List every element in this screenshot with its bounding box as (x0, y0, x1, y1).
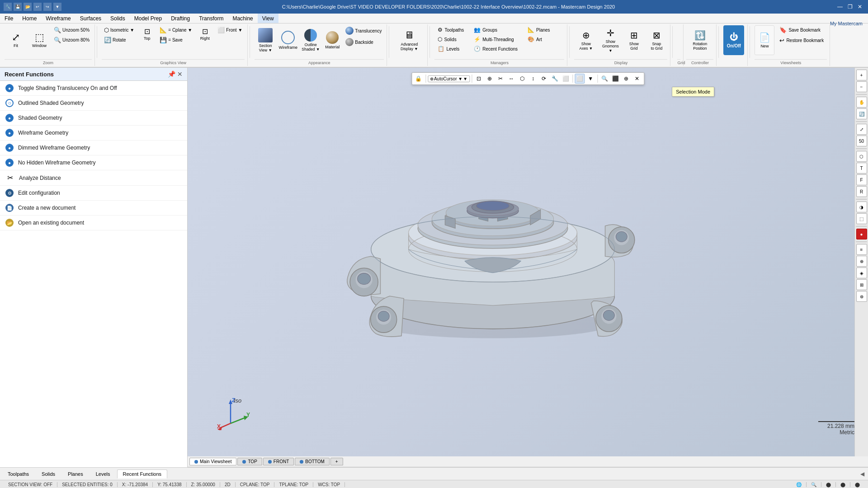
save-icon-title[interactable]: 💾 (14, 3, 22, 11)
planes-mgr-button[interactable]: 📐 Planes (524, 25, 553, 34)
vt-btn2[interactable]: ⊕ (485, 74, 495, 84)
translucency-button[interactable]: Translucency (343, 25, 384, 36)
vt-btn4[interactable]: ↔ (506, 74, 516, 84)
viewsheet-add-tab[interactable]: + (330, 458, 343, 465)
viewsheet-tab-bottom[interactable]: BOTTOM (295, 458, 330, 465)
toolpaths-mgr-button[interactable]: ⚙ Toolpaths (434, 25, 467, 34)
list-item[interactable]: ● Shaded Geometry (0, 111, 187, 126)
rs-zoom-out[interactable]: − (856, 81, 867, 92)
vt-btn13[interactable]: ⊕ (621, 74, 631, 84)
on-off-button[interactable]: ⏻ On/Off (723, 25, 744, 55)
rs-misc3[interactable]: ◈ (856, 267, 867, 278)
viewport-lock-button[interactable]: 🔒 (414, 74, 424, 84)
status-circle1[interactable]: ⬤ (821, 482, 836, 487)
menu-machine[interactable]: Machine (228, 14, 257, 23)
status-zoom-icon[interactable]: 🔍 (807, 482, 821, 487)
list-item[interactable]: ⚙ Edit configuration (0, 186, 187, 201)
list-item[interactable]: 📂 Open an existing document (0, 216, 187, 230)
vt-btn3[interactable]: ✂ (495, 74, 505, 84)
pin-panel-button[interactable]: 📌 (168, 70, 175, 78)
tab-levels[interactable]: Levels (90, 469, 116, 479)
rs-top[interactable]: T (856, 163, 867, 174)
isometric-button[interactable]: ⬡ Isometric ▼ (102, 25, 137, 35)
wireframe-button[interactable]: Wireframe (277, 25, 299, 55)
list-item[interactable]: ● No Hidden Wireframe Geometry (0, 155, 187, 170)
menu-solids[interactable]: Solids (106, 14, 130, 23)
list-item[interactable]: ● Wireframe Geometry (0, 126, 187, 141)
menu-model-prep[interactable]: Model Prep (130, 14, 166, 23)
rs-misc4[interactable]: ⊞ (856, 279, 867, 290)
rs-red-button[interactable]: ● (856, 229, 867, 239)
list-item[interactable]: ○ Outlined Shaded Geometry (0, 96, 187, 111)
vt-btn14[interactable]: ✕ (632, 74, 642, 84)
rs-pan[interactable]: ✋ (856, 97, 867, 108)
autocursor-dropdown[interactable]: ⊕ AutoCursor ▼ ▼ (428, 75, 470, 82)
tab-toolpaths[interactable]: Toolpaths (2, 469, 35, 479)
menu-wireframe[interactable]: Wireframe (41, 14, 75, 23)
outline-shaded-button[interactable]: OutlineShaded ▼ (300, 25, 321, 55)
rotate-button[interactable]: 🔄 Rotate (102, 35, 137, 45)
recent-functions-ribbon-button[interactable]: 🕐 Recent Functions (471, 44, 521, 53)
list-item[interactable]: ✂ Analyze Distance (0, 170, 187, 186)
advanced-display-button[interactable]: 🖥 AdvancedDisplay ▼ (394, 25, 425, 55)
status-globe-icon[interactable]: 🌐 (792, 482, 807, 487)
minimize-button[interactable]: — (835, 2, 844, 11)
menu-view[interactable]: View (258, 14, 278, 23)
undo-icon-title[interactable]: ↩ (33, 3, 42, 11)
list-item[interactable]: ● Toggle Shading Translucency On and Off (0, 81, 187, 96)
art-button[interactable]: 🎨 Art (524, 35, 553, 44)
restore-button[interactable]: ❐ (845, 2, 854, 11)
close-panel-button[interactable]: ✕ (177, 70, 183, 78)
rotation-position-button[interactable]: 🔃 RotationPosition (686, 25, 713, 55)
rs-rotate-3d[interactable]: 🔄 (856, 108, 867, 119)
rs-unzoom50[interactable]: 50 (856, 136, 867, 146)
vt-btn10[interactable]: ▼ (585, 74, 595, 84)
selection-mode-button[interactable]: ⬜ (575, 74, 585, 84)
menu-transform[interactable]: Transform (194, 14, 228, 23)
top-button[interactable]: ⊡ Top (138, 25, 156, 43)
viewsheet-tab-front[interactable]: FRONT (263, 458, 294, 465)
my-mastercam-link[interactable]: My Mastercam (825, 19, 868, 28)
expand-panel-button[interactable]: ◀ (859, 471, 866, 477)
show-axes-button[interactable]: ⊕ ShowAxes ▼ (574, 25, 598, 55)
material-button[interactable]: Material (322, 25, 342, 55)
rs-front[interactable]: F (856, 174, 867, 185)
multi-threading-button[interactable]: ⚡ Multi-Threading (471, 35, 521, 44)
backside-button[interactable]: Backside (343, 37, 384, 47)
viewsheet-tab-top[interactable]: TOP (237, 458, 262, 465)
status-circle3[interactable]: ⬤ (850, 482, 864, 487)
show-gnomons-button[interactable]: ✛ ShowGnomons ▼ (599, 25, 622, 55)
rs-misc2[interactable]: ⊕ (856, 256, 867, 267)
vt-btn8[interactable]: 🔧 (550, 74, 560, 84)
rs-right[interactable]: R (856, 186, 867, 197)
rs-misc1[interactable]: ≡ (856, 244, 867, 255)
cplane-button[interactable]: 📐 = Cplane ▼ (157, 25, 194, 35)
tab-solids[interactable]: Solids (36, 469, 61, 479)
vt-btn9[interactable]: ⬜ (561, 74, 571, 84)
section-view-button[interactable]: SectionView ▼ (255, 25, 276, 55)
status-circle2[interactable]: ⬤ (836, 482, 850, 487)
vt-btn7[interactable]: ⟳ (539, 74, 549, 84)
new-button[interactable]: 📄 New (755, 25, 774, 55)
list-item[interactable]: ● Dimmed Wireframe Geometry (0, 141, 187, 155)
save-gv-button[interactable]: 💾 = Save (157, 35, 194, 45)
menu-file[interactable]: File (0, 14, 18, 23)
solids-mgr-button[interactable]: ⬡ Solids (434, 35, 467, 44)
vt-btn1[interactable]: ⊡ (474, 74, 484, 84)
menu-surfaces[interactable]: Surfaces (75, 14, 106, 23)
rs-shading[interactable]: ◑ (856, 202, 867, 212)
vt-btn6[interactable]: ↕ (528, 74, 538, 84)
unzoom80-button[interactable]: 🔍 Unzoom 80% (52, 35, 92, 45)
window-button[interactable]: ⬚ Window (28, 25, 51, 55)
options-title[interactable]: ▼ (53, 3, 61, 11)
levels-mgr-button[interactable]: 📋 Levels (434, 44, 467, 53)
redo-icon-title[interactable]: ↪ (43, 3, 52, 11)
rs-wireframe[interactable]: ⬚ (856, 213, 867, 224)
rs-misc5[interactable]: ⊛ (856, 291, 867, 302)
right-button[interactable]: ⊡ Right (196, 25, 213, 43)
open-icon-title[interactable]: 📂 (24, 3, 32, 11)
viewport[interactable]: 🔒 ⊕ AutoCursor ▼ ▼ ⊡ ⊕ ✂ ↔ ⬡ ↕ ⟳ 🔧 ⬜ ⬜ ▼… (188, 68, 868, 467)
vt-btn12[interactable]: ⬛ (610, 74, 620, 84)
fit-button[interactable]: ⤢ Fit (5, 25, 27, 55)
snap-to-grid-button[interactable]: ⊠ Snapto Grid (646, 25, 667, 55)
